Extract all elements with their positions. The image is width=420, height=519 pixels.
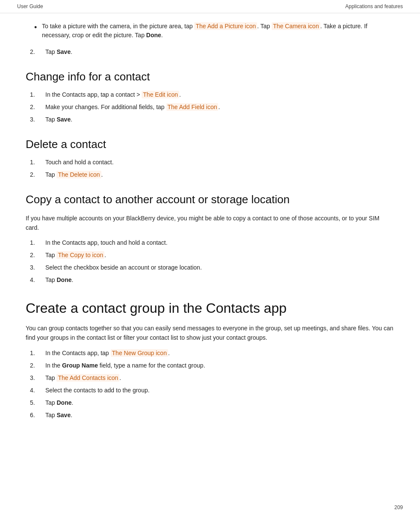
create-group-heading: Create a contact group in the Contacts a… [26, 300, 394, 316]
delete-step2-number: 2. [30, 170, 45, 179]
cg-s5-after: . [71, 399, 73, 406]
cg-step5-text: Tap Done. [45, 398, 73, 407]
header-left: User Guide [17, 3, 43, 9]
cg-step2-text: In the Group Name field, type a name for… [45, 361, 205, 370]
copy-step3: 3. Select the checkbox beside an account… [30, 263, 394, 272]
del-s2-before: Tap [45, 171, 56, 178]
edit-icon-label: The Edit icon [142, 91, 179, 98]
ci-s3-after: . [71, 116, 72, 123]
change-info-step2: 2. Make your changes. For additional fie… [30, 103, 394, 112]
cg-step3-number: 3. [30, 374, 45, 383]
intro-bullet-text: To take a picture with the camera, in th… [42, 22, 394, 40]
ci-s3-before: Tap [45, 116, 56, 123]
change-info-step1: 1. In the Contacts app, tap a contact > … [30, 90, 394, 99]
ci-s3-bold: Save [56, 116, 71, 123]
cg-s6-bold: Save [56, 412, 71, 418]
copy-contact-heading: Copy a contact to another account or sto… [26, 193, 394, 206]
delete-contact-section: Delete a contact 1. Touch and hold a con… [26, 138, 394, 179]
create-group-step2: 2. In the Group Name field, type a name … [30, 361, 394, 370]
change-info-step1-number: 1. [30, 90, 45, 99]
intro-bullet-item: • To take a picture with the camera, in … [34, 22, 394, 40]
copy-step2-text: Tap The Copy to icon. [45, 251, 106, 260]
copy-step1: 1. In the Contacts app, touch and hold a… [30, 238, 394, 247]
delete-contact-heading: Delete a contact [26, 138, 394, 151]
page-content: • To take a picture with the camera, in … [0, 13, 420, 449]
cg-s2-bold: Group Name [62, 362, 98, 369]
ci-s2-after: . [218, 104, 220, 110]
page-footer: 209 [394, 504, 403, 510]
change-info-step3-number: 3. [30, 115, 45, 124]
cg-s6-before: Tap [45, 412, 56, 418]
cg-s3-after: . [119, 374, 121, 381]
copy-step4-number: 4. [30, 276, 45, 285]
cg-s5-before: Tap [45, 399, 56, 406]
copy-contact-description: If you have multiple accounts on your Bl… [26, 214, 394, 233]
create-group-step3: 3. Tap The Add Contacts icon. [30, 374, 394, 383]
change-info-heading: Change info for a contact [26, 70, 394, 83]
intro-text-middle: . Tap [257, 23, 272, 30]
cg-s1-after: . [168, 350, 170, 356]
delete-step1-number: 1. [30, 158, 45, 167]
cg-step6-text: Tap Save. [45, 411, 72, 420]
step2-save-label: Save [56, 48, 71, 55]
cg-s6-after: . [71, 412, 72, 418]
copy-contact-section: Copy a contact to another account or sto… [26, 193, 394, 285]
intro-done-label: Done [146, 32, 161, 39]
intro-text-before: To take a picture with the camera, in th… [42, 23, 194, 30]
delete-step2: 2. Tap The Delete icon. [30, 170, 394, 179]
change-info-section: Change info for a contact 1. In the Cont… [26, 70, 394, 124]
change-info-step2-number: 2. [30, 103, 45, 112]
cg-s2-before: In the [45, 362, 62, 369]
step2-text: Tap Save. [45, 47, 72, 56]
bullet-dot: • [34, 22, 42, 33]
cg-step3-text: Tap The Add Contacts icon. [45, 374, 121, 383]
page-header: User Guide Applications and features [0, 0, 420, 13]
cp-s2-before: Tap [45, 252, 56, 258]
step2-text-after: . [71, 48, 72, 55]
copy-step3-number: 3. [30, 263, 45, 272]
copy-step4: 4. Tap Done. [30, 276, 394, 285]
cg-step5-number: 5. [30, 398, 45, 407]
header-right: Applications and features [345, 3, 403, 9]
create-group-step5: 5. Tap Done. [30, 398, 394, 407]
change-info-step1-text: In the Contacts app, tap a contact > The… [45, 90, 181, 99]
add-contacts-icon-label: The Add Contacts icon [56, 374, 119, 382]
cg-s2-after: field, type a name for the contact group… [98, 362, 205, 369]
cg-step1-text: In the Contacts app, tap The New Group i… [45, 349, 170, 358]
cg-s5-bold: Done [56, 399, 71, 406]
copy-to-icon-label: The Copy to icon [56, 251, 104, 259]
step2-text-before: Tap [45, 48, 56, 55]
add-picture-icon-label: The Add a Picture icon [194, 22, 257, 30]
copy-step4-text: Tap Done. [45, 276, 73, 285]
cp-s4-after: . [71, 276, 73, 283]
copy-step3-text: Select the checkbox beside an account or… [45, 263, 202, 272]
cg-step1-number: 1. [30, 349, 45, 358]
delete-step2-text: Tap The Delete icon. [45, 170, 103, 179]
copy-step1-number: 1. [30, 238, 45, 247]
page-number: 209 [394, 504, 403, 510]
cg-step6-number: 6. [30, 411, 45, 420]
copy-step1-text: In the Contacts app, touch and hold a co… [45, 238, 168, 247]
new-group-icon-label: The New Group icon [111, 349, 168, 357]
create-group-step6: 6. Tap Save. [30, 411, 394, 420]
cp-s4-before: Tap [45, 276, 56, 283]
delete-step1: 1. Touch and hold a contact. [30, 158, 394, 167]
cg-step4-text: Select the contacts to add to the group. [45, 386, 150, 395]
create-group-section: Create a contact group in the Contacts a… [26, 300, 394, 419]
del-s2-after: . [101, 171, 103, 178]
create-group-description: You can group contacts together so that … [26, 323, 394, 343]
cp-s2-after: . [104, 252, 106, 258]
ci-s1-before: In the Contacts app, tap a contact > [45, 91, 142, 98]
cg-step2-number: 2. [30, 361, 45, 370]
ci-s2-before: Make your changes. For additional fields… [45, 104, 166, 110]
change-info-step3-text: Tap Save. [45, 115, 72, 124]
cg-s1-before: In the Contacts app, tap [45, 350, 111, 356]
cp-s4-bold: Done [56, 276, 71, 283]
cg-step4-number: 4. [30, 386, 45, 395]
copy-step2: 2. Tap The Copy to icon. [30, 251, 394, 260]
create-group-step1: 1. In the Contacts app, tap The New Grou… [30, 349, 394, 358]
change-info-step2-text: Make your changes. For additional fields… [45, 103, 220, 112]
camera-icon-label: The Camera icon [272, 22, 320, 30]
intro-text-end: . [161, 32, 163, 39]
add-field-icon-label: The Add Field icon [166, 103, 219, 111]
